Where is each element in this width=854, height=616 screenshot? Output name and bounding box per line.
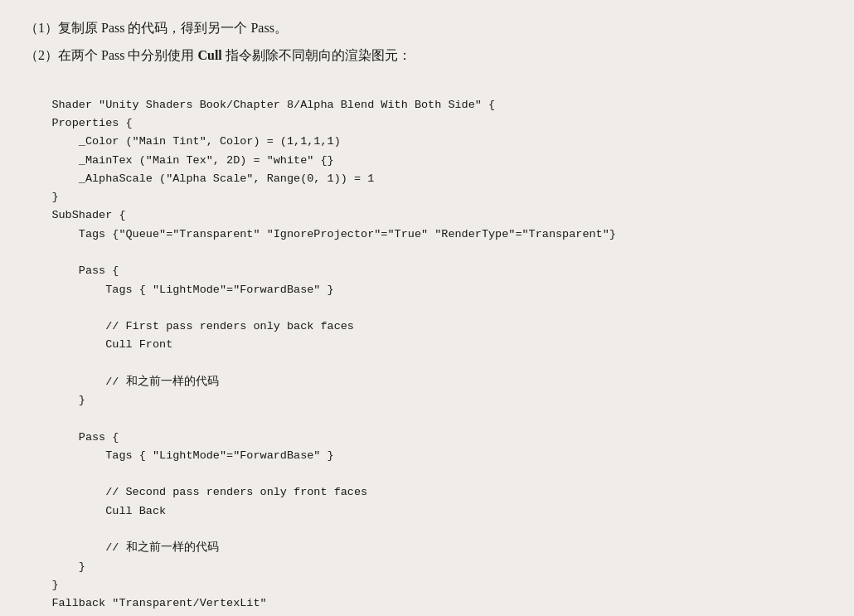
intro-text-2-suffix: 指令剔除不同朝向的渲染图元： xyxy=(222,48,411,62)
code-content: Shader "Unity Shaders Book/Chapter 8/Alp… xyxy=(25,99,616,616)
intro-text-1: （1）复制原 Pass 的代码，得到另一个 Pass。 xyxy=(25,21,288,35)
content-area: （1）复制原 Pass 的代码，得到另一个 Pass。 （2）在两个 Pass … xyxy=(25,17,829,616)
intro-text-2-prefix: （2）在两个 Pass 中分别使用 xyxy=(25,48,197,62)
intro-text-2-bold: Cull xyxy=(197,48,221,62)
intro-line-1: （1）复制原 Pass 的代码，得到另一个 Pass。 xyxy=(25,17,829,41)
intro-line-2: （2）在两个 Pass 中分别使用 Cull 指令剔除不同朝向的渲染图元： xyxy=(25,44,829,68)
code-block: Shader "Unity Shaders Book/Chapter 8/Alp… xyxy=(25,78,829,616)
